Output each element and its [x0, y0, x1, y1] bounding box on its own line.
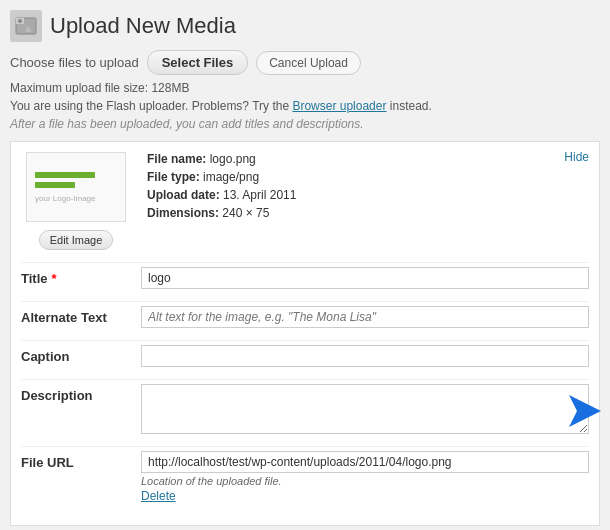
file-name-value: logo.png	[210, 152, 256, 166]
description-label: Description	[21, 384, 141, 403]
svg-point-2	[18, 19, 22, 23]
flash-text-after: instead.	[386, 99, 431, 113]
upload-panel-wrapper: Hide your Logo-Image Edit Image	[10, 141, 600, 526]
thumbnail-box: your Logo-Image	[26, 152, 126, 222]
alt-text-label: Alternate Text	[21, 306, 141, 325]
upload-date-label: Upload date:	[147, 188, 220, 202]
upload-controls: Choose files to upload Select Files Canc…	[10, 50, 600, 75]
hide-link[interactable]: Hide	[564, 150, 589, 164]
file-url-label: File URL	[21, 451, 141, 470]
page-header: Upload New Media	[10, 10, 600, 42]
upload-icon	[10, 10, 42, 42]
logo-bar-green-1	[35, 172, 95, 178]
edit-image-button[interactable]: Edit Image	[39, 230, 114, 250]
page-title: Upload New Media	[50, 13, 236, 39]
upload-content: your Logo-Image Edit Image File name: lo…	[21, 152, 589, 250]
file-name-label: File name:	[147, 152, 206, 166]
title-input[interactable]	[141, 267, 589, 289]
max-size-text: Maximum upload file size: 128MB	[10, 81, 600, 95]
logo-bar-green-2	[35, 182, 75, 188]
flash-info-text: You are using the Flash uploader. Proble…	[10, 99, 600, 113]
page-container: Upload New Media Choose files to upload …	[10, 10, 600, 530]
select-files-button[interactable]: Select Files	[147, 50, 249, 75]
file-type-value: image/png	[203, 170, 259, 184]
browser-uploader-link[interactable]: Browser uploader	[292, 99, 386, 113]
description-textarea[interactable]	[141, 384, 589, 434]
required-star: *	[52, 271, 57, 286]
after-upload-note: After a file has been uploaded, you can …	[10, 117, 600, 131]
cancel-upload-button[interactable]: Cancel Upload	[256, 51, 361, 75]
file-url-row: File URL Location of the uploaded file. …	[21, 446, 589, 507]
title-row: Title *	[21, 262, 589, 293]
alt-text-input[interactable]	[141, 306, 589, 328]
file-type-row: File type: image/png	[147, 170, 589, 184]
dimensions-value: 240 × 75	[222, 206, 269, 220]
upload-date-value: 13. April 2011	[223, 188, 296, 202]
file-name-row: File name: logo.png	[147, 152, 589, 166]
caption-row: Caption	[21, 340, 589, 371]
thumbnail-logo: your Logo-Image	[27, 164, 125, 211]
dimensions-label: Dimensions:	[147, 206, 219, 220]
caption-label: Caption	[21, 345, 141, 364]
svg-marker-5	[569, 395, 601, 427]
thumbnail-area: your Logo-Image Edit Image	[21, 152, 131, 250]
flash-text-before: You are using the Flash uploader. Proble…	[10, 99, 292, 113]
description-row: Description	[21, 379, 589, 438]
blue-arrow-icon	[561, 387, 609, 435]
arrow-indicator	[561, 387, 609, 438]
upload-panel: Hide your Logo-Image Edit Image	[10, 141, 600, 526]
upload-date-row: Upload date: 13. April 2011	[147, 188, 589, 202]
form-section: Title * Alternate Text Caption	[21, 262, 589, 507]
file-url-input[interactable]	[141, 451, 589, 473]
file-type-label: File type:	[147, 170, 200, 184]
dimensions-row: Dimensions: 240 × 75	[147, 206, 589, 220]
file-info: File name: logo.png File type: image/png…	[147, 152, 589, 250]
choose-files-label: Choose files to upload	[10, 55, 139, 70]
caption-input[interactable]	[141, 345, 589, 367]
alt-text-row: Alternate Text	[21, 301, 589, 332]
file-url-section: Location of the uploaded file. Delete	[141, 451, 589, 503]
logo-image-label: your Logo-Image	[35, 194, 95, 203]
title-label: Title *	[21, 267, 141, 286]
url-note: Location of the uploaded file.	[141, 475, 589, 487]
delete-link[interactable]: Delete	[141, 489, 589, 503]
